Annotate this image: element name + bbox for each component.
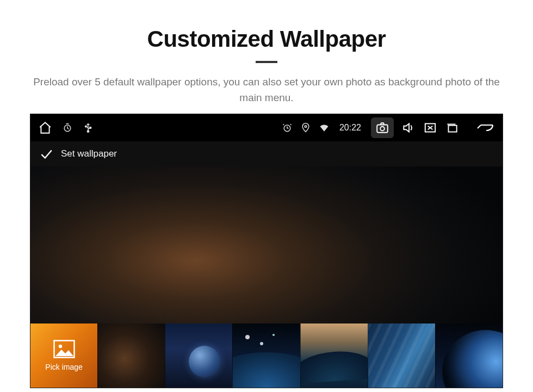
wallpaper-thumbnail-strip: Pick image — [30, 323, 503, 388]
svg-rect-6 — [377, 125, 388, 132]
title-divider — [256, 61, 277, 63]
wallpaper-thumb-1[interactable] — [97, 323, 165, 388]
timer-icon — [62, 122, 73, 133]
screen-title-bar: Set wallpaper — [30, 141, 503, 166]
svg-rect-9 — [449, 126, 457, 132]
wifi-icon — [319, 122, 330, 133]
usb-icon — [83, 122, 94, 133]
clock-text: 20:22 — [339, 123, 361, 133]
pick-image-label: Pick image — [45, 363, 82, 371]
location-icon — [300, 122, 311, 133]
svg-point-1 — [85, 126, 87, 127]
volume-icon[interactable] — [401, 121, 416, 135]
svg-point-7 — [380, 127, 385, 131]
page-title: Customized Wallpaper — [147, 26, 386, 52]
back-icon[interactable] — [475, 121, 495, 135]
svg-point-11 — [58, 345, 61, 348]
status-bar: 20:22 — [30, 114, 503, 141]
home-icon[interactable] — [38, 121, 52, 135]
close-app-icon[interactable] — [423, 121, 437, 135]
alarm-icon — [282, 122, 293, 133]
wallpaper-thumb-6[interactable] — [435, 323, 503, 388]
wallpaper-preview — [30, 166, 503, 323]
pick-image-button[interactable]: Pick image — [30, 323, 97, 388]
screen-title: Set wallpaper — [61, 148, 117, 159]
picture-icon — [53, 340, 75, 358]
screenshot-button[interactable] — [371, 117, 394, 138]
svg-point-3 — [87, 130, 89, 132]
recent-apps-icon[interactable] — [445, 121, 459, 135]
wallpaper-thumb-4[interactable] — [300, 323, 368, 388]
svg-point-5 — [305, 126, 307, 128]
wallpaper-thumb-2[interactable] — [165, 323, 232, 388]
device-screenshot: 20:22 — [30, 114, 503, 388]
page-description: Preload over 5 default wallpaper options… — [33, 74, 500, 106]
svg-rect-2 — [90, 127, 91, 129]
confirm-icon[interactable] — [39, 147, 53, 161]
wallpaper-thumb-5[interactable] — [368, 323, 435, 388]
wallpaper-thumb-3[interactable] — [232, 323, 300, 388]
